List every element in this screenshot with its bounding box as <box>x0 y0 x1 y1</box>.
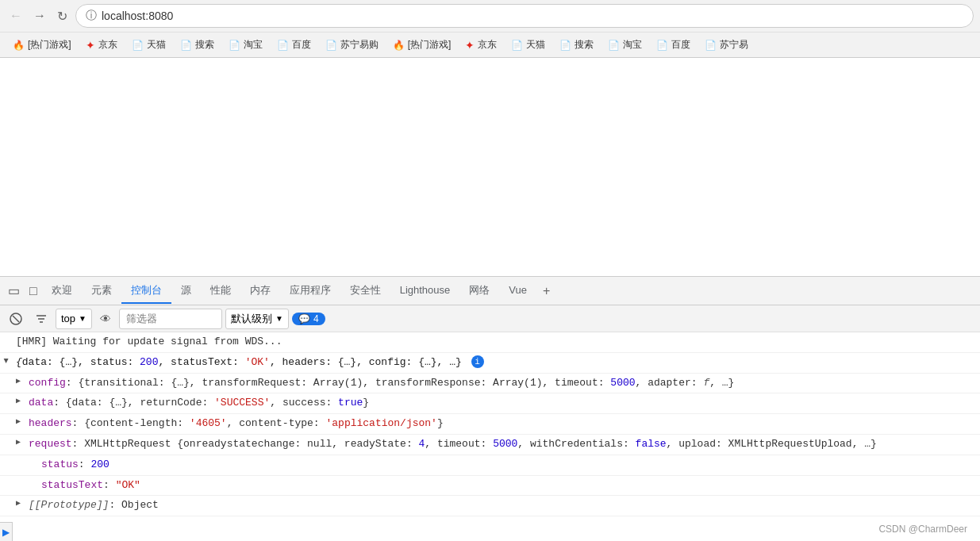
console-filter-input[interactable] <box>119 309 222 329</box>
console-line-object: ▶ {data: {…}, status: 200, statusText: '… <box>0 353 980 374</box>
watermark: CSDN @CharmDeer <box>878 524 967 535</box>
bookmark-label: 苏宁易 <box>720 38 748 52</box>
bookmarks-bar: 🔥 [热门游戏] ✦ 京东 📄 天猫 📄 搜索 📄 淘宝 📄 百度 📄 苏宁易购 <box>0 32 980 57</box>
tab-security[interactable]: 安全性 <box>340 278 390 304</box>
file-icon-7: 📄 <box>559 40 571 51</box>
bookmark-search-2[interactable]: 📄 搜索 <box>553 36 600 54</box>
bookmark-taobao-1[interactable]: 📄 淘宝 <box>222 36 269 54</box>
filter-toggle-button[interactable] <box>30 309 52 328</box>
bookmark-label: [热门游戏] <box>28 38 71 52</box>
bookmark-label: 天猫 <box>147 38 166 52</box>
bookmark-baidu-1[interactable]: 📄 百度 <box>271 36 317 54</box>
message-count-badge: 💬 4 <box>292 313 325 325</box>
file-icon-1: 📄 <box>132 40 144 51</box>
browser-chrome: ← → ↻ ⓘ localhost:8080 🔥 [热门游戏] ✦ 京东 📄 天… <box>0 0 980 58</box>
console-line-config: ▶ config: {transitional: {…}, transformR… <box>0 374 980 394</box>
devtools-tabs: ▭ □ 欢迎 元素 控制台 源 性能 内存 应用程序 安全性 Lighthous… <box>0 277 980 305</box>
address-text: localhost:8080 <box>102 10 173 22</box>
console-line-status: status: 200 <box>0 455 980 476</box>
file-icon-6: 📄 <box>511 40 523 51</box>
chevron-down-icon-level: ▼ <box>275 314 283 323</box>
bookmark-hot-games-2[interactable]: 🔥 [热门游戏] <box>386 36 458 54</box>
bookmark-hot-games-1[interactable]: 🔥 [热门游戏] <box>6 36 78 54</box>
file-icon-8: 📄 <box>608 40 620 51</box>
bookmark-label: 百度 <box>671 38 690 52</box>
clear-console-button[interactable] <box>5 309 27 328</box>
bookmark-baidu-2[interactable]: 📄 百度 <box>650 36 697 54</box>
file-icon-4: 📄 <box>277 40 289 51</box>
inspect-button[interactable]: □ <box>25 281 42 301</box>
console-line-headers: ▶ headers: {content-length: '4605', cont… <box>0 414 980 435</box>
fire-icon-1: 🔥 <box>13 40 25 51</box>
tab-elements[interactable]: 元素 <box>82 278 121 304</box>
tab-network[interactable]: 网络 <box>459 278 499 304</box>
bookmark-label: 淘宝 <box>623 38 642 52</box>
tab-memory[interactable]: 内存 <box>240 278 280 304</box>
filter-icon <box>35 313 48 325</box>
bookmark-tianmao-2[interactable]: 📄 天猫 <box>505 36 551 54</box>
bookmark-taobao-2[interactable]: 📄 淘宝 <box>601 36 648 54</box>
devtools-panel: ▭ □ 欢迎 元素 控制台 源 性能 内存 应用程序 安全性 Lighthous… <box>0 276 980 518</box>
bookmark-jd-1[interactable]: ✦ 京东 <box>79 36 124 54</box>
object-text: {data: {…}, status: 200, statusText: 'OK… <box>16 356 468 368</box>
svg-line-1 <box>13 316 19 322</box>
console-output[interactable]: [HMR] Waiting for update signal from WDS… <box>0 332 980 518</box>
expand-arrow-4[interactable]: ▶ <box>16 416 21 428</box>
tab-welcome[interactable]: 欢迎 <box>42 278 82 304</box>
bookmark-jd-2[interactable]: ✦ 京东 <box>459 36 503 54</box>
hmr-text: [HMR] Waiting for update signal from WDS… <box>16 336 282 347</box>
level-label: 默认级别 <box>231 312 272 326</box>
device-toggle-button[interactable]: ▭ <box>3 280 25 301</box>
bookmark-label: 苏宁易购 <box>340 38 379 52</box>
main-content <box>0 58 980 276</box>
bottom-indicator: ▶ <box>0 522 13 541</box>
badge-count: 4 <box>313 313 319 324</box>
eye-icon: 👁 <box>100 313 111 325</box>
file-icon-10: 📄 <box>705 40 717 51</box>
tab-performance[interactable]: 性能 <box>201 278 240 304</box>
bookmark-tianmao-1[interactable]: 📄 天猫 <box>125 36 172 54</box>
context-selector[interactable]: top ▼ <box>56 309 92 329</box>
log-level-selector[interactable]: 默认级别 ▼ <box>225 309 289 329</box>
file-icon-2: 📄 <box>180 40 192 51</box>
devtools-toolbar: top ▼ 👁 默认级别 ▼ 💬 4 <box>0 305 980 332</box>
tab-application[interactable]: 应用程序 <box>280 278 340 304</box>
bookmark-label: 天猫 <box>526 38 545 52</box>
bookmark-suning-2[interactable]: 📄 苏宁易 <box>698 36 755 54</box>
bookmark-suning-1[interactable]: 📄 苏宁易购 <box>319 36 385 54</box>
bookmark-label: 搜索 <box>575 38 594 52</box>
clear-icon <box>10 313 22 325</box>
nav-bar: ← → ↻ ⓘ localhost:8080 <box>0 0 980 32</box>
tab-sources[interactable]: 源 <box>171 278 201 304</box>
expand-arrow-6[interactable]: ▶ <box>16 497 21 510</box>
bookmark-label: 京东 <box>98 38 117 52</box>
bookmark-search-1[interactable]: 📄 搜索 <box>174 36 221 54</box>
add-tab-button[interactable]: + <box>536 279 556 303</box>
console-line-prototype: ▶ [[Prototype]]: Object <box>0 496 980 516</box>
reload-button[interactable]: ↻ <box>54 6 71 27</box>
file-icon-5: 📄 <box>325 40 337 51</box>
forward-button[interactable]: → <box>30 6 49 26</box>
tab-vue[interactable]: Vue <box>499 279 536 302</box>
file-icon-3: 📄 <box>229 40 240 51</box>
bookmark-label: 京东 <box>478 38 497 52</box>
address-bar[interactable]: ⓘ localhost:8080 <box>75 4 974 28</box>
console-line-statustext: statusText: "OK" <box>0 476 980 497</box>
file-icon-9: 📄 <box>656 40 668 51</box>
context-label: top <box>61 313 75 324</box>
console-line-data: ▶ data: {data: {…}, returnCode: 'SUCCESS… <box>0 393 980 414</box>
bookmark-label: [热门游戏] <box>408 38 452 52</box>
bookmark-label: 百度 <box>292 38 311 52</box>
back-button[interactable]: ← <box>6 6 25 26</box>
tab-console[interactable]: 控制台 <box>121 278 171 304</box>
jd-icon-2: ✦ <box>465 39 475 52</box>
message-icon: 💬 <box>298 313 310 324</box>
expand-arrow-2[interactable]: ▶ <box>16 375 21 388</box>
tab-lighthouse[interactable]: Lighthouse <box>390 279 460 302</box>
eye-toggle-button[interactable]: 👁 <box>95 309 116 328</box>
bookmark-label: 搜索 <box>195 38 214 52</box>
bookmark-label: 淘宝 <box>244 38 263 52</box>
expand-arrow-1[interactable]: ▶ <box>0 359 12 363</box>
expand-arrow-3[interactable]: ▶ <box>16 395 21 408</box>
expand-arrow-5[interactable]: ▶ <box>16 436 21 449</box>
